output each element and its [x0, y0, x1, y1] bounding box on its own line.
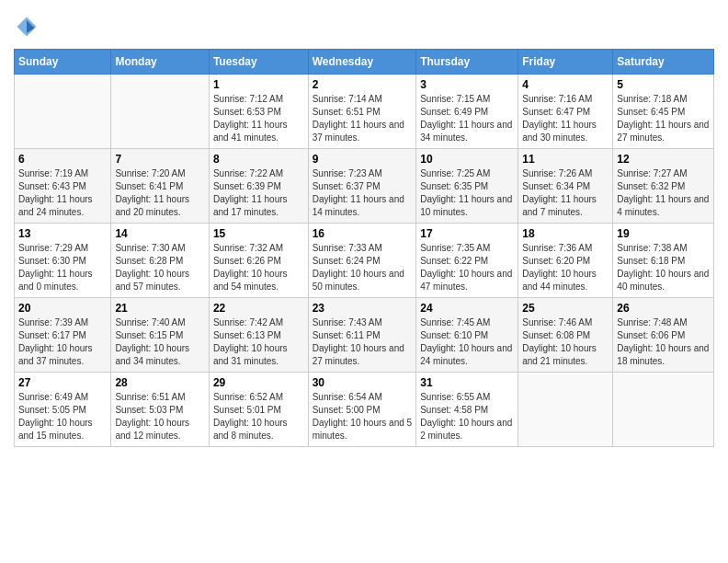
- day-info: Sunrise: 7:46 AMSunset: 6:08 PMDaylight:…: [522, 316, 609, 368]
- day-info: Sunrise: 7:27 AMSunset: 6:32 PMDaylight:…: [617, 167, 710, 219]
- day-info: Sunrise: 7:30 AMSunset: 6:28 PMDaylight:…: [115, 242, 204, 293]
- calendar-cell: 11Sunrise: 7:26 AMSunset: 6:34 PMDayligh…: [518, 149, 613, 224]
- calendar-cell: 23Sunrise: 7:43 AMSunset: 6:11 PMDayligh…: [308, 298, 416, 373]
- day-number: 8: [213, 153, 304, 166]
- day-number: 21: [115, 302, 204, 315]
- day-info: Sunrise: 7:15 AMSunset: 6:49 PMDaylight:…: [420, 93, 514, 144]
- calendar-cell: 12Sunrise: 7:27 AMSunset: 6:32 PMDayligh…: [613, 149, 714, 224]
- day-info: Sunrise: 6:51 AMSunset: 5:03 PMDaylight:…: [115, 391, 204, 442]
- calendar-cell: 7Sunrise: 7:20 AMSunset: 6:41 PMDaylight…: [111, 149, 209, 224]
- day-info: Sunrise: 7:25 AMSunset: 6:35 PMDaylight:…: [420, 167, 514, 219]
- day-number: 6: [18, 153, 107, 166]
- day-info: Sunrise: 7:43 AMSunset: 6:11 PMDaylight:…: [313, 316, 413, 368]
- calendar-cell: 3Sunrise: 7:15 AMSunset: 6:49 PMDaylight…: [416, 75, 518, 149]
- weekday-header-tuesday: Tuesday: [209, 50, 308, 75]
- day-number: 4: [522, 78, 609, 91]
- day-info: Sunrise: 6:52 AMSunset: 5:01 PMDaylight:…: [213, 391, 304, 442]
- calendar-cell: 20Sunrise: 7:39 AMSunset: 6:17 PMDayligh…: [15, 298, 111, 373]
- calendar-cell: 10Sunrise: 7:25 AMSunset: 6:35 PMDayligh…: [416, 149, 518, 224]
- day-info: Sunrise: 6:55 AMSunset: 4:58 PMDaylight:…: [420, 391, 514, 442]
- day-number: 19: [617, 227, 710, 240]
- day-number: 9: [313, 153, 413, 166]
- calendar-cell: 22Sunrise: 7:42 AMSunset: 6:13 PMDayligh…: [209, 298, 308, 373]
- calendar-week-row: 27Sunrise: 6:49 AMSunset: 5:05 PMDayligh…: [15, 373, 714, 447]
- day-number: 14: [115, 227, 204, 240]
- calendar-cell: 19Sunrise: 7:38 AMSunset: 6:18 PMDayligh…: [613, 224, 714, 298]
- calendar-cell: [111, 75, 209, 149]
- calendar-cell: 24Sunrise: 7:45 AMSunset: 6:10 PMDayligh…: [416, 298, 518, 373]
- day-number: 18: [522, 227, 609, 240]
- calendar-cell: 8Sunrise: 7:22 AMSunset: 6:39 PMDaylight…: [209, 149, 308, 224]
- day-number: 2: [313, 78, 413, 91]
- day-info: Sunrise: 7:19 AMSunset: 6:43 PMDaylight:…: [18, 167, 107, 219]
- day-number: 5: [617, 78, 710, 91]
- calendar-week-row: 20Sunrise: 7:39 AMSunset: 6:17 PMDayligh…: [15, 298, 714, 373]
- calendar-cell: [15, 75, 111, 149]
- day-info: Sunrise: 7:20 AMSunset: 6:41 PMDaylight:…: [115, 167, 204, 219]
- calendar-cell: 4Sunrise: 7:16 AMSunset: 6:47 PMDaylight…: [518, 75, 613, 149]
- calendar-cell: 17Sunrise: 7:35 AMSunset: 6:22 PMDayligh…: [416, 224, 518, 298]
- calendar-cell: 1Sunrise: 7:12 AMSunset: 6:53 PMDaylight…: [209, 75, 308, 149]
- calendar-cell: 30Sunrise: 6:54 AMSunset: 5:00 PMDayligh…: [308, 373, 416, 447]
- calendar-table: SundayMondayTuesdayWednesdayThursdayFrid…: [14, 49, 714, 447]
- day-number: 25: [522, 302, 609, 315]
- day-info: Sunrise: 7:32 AMSunset: 6:26 PMDaylight:…: [213, 242, 304, 293]
- day-info: Sunrise: 7:35 AMSunset: 6:22 PMDaylight:…: [420, 242, 514, 293]
- day-number: 11: [522, 153, 609, 166]
- day-number: 3: [420, 78, 514, 91]
- day-info: Sunrise: 7:40 AMSunset: 6:15 PMDaylight:…: [115, 316, 204, 368]
- logo-icon: [14, 14, 40, 40]
- day-number: 15: [213, 227, 304, 240]
- day-info: Sunrise: 7:14 AMSunset: 6:51 PMDaylight:…: [313, 93, 413, 144]
- day-number: 1: [213, 78, 304, 91]
- calendar-week-row: 6Sunrise: 7:19 AMSunset: 6:43 PMDaylight…: [15, 149, 714, 224]
- day-number: 13: [18, 227, 107, 240]
- day-number: 7: [115, 153, 204, 166]
- calendar-cell: 27Sunrise: 6:49 AMSunset: 5:05 PMDayligh…: [15, 373, 111, 447]
- calendar-cell: 18Sunrise: 7:36 AMSunset: 6:20 PMDayligh…: [518, 224, 613, 298]
- day-info: Sunrise: 6:54 AMSunset: 5:00 PMDaylight:…: [313, 391, 413, 442]
- logo: [14, 14, 43, 40]
- day-number: 20: [18, 302, 107, 315]
- calendar-cell: 26Sunrise: 7:48 AMSunset: 6:06 PMDayligh…: [613, 298, 714, 373]
- day-number: 24: [420, 302, 514, 315]
- day-number: 31: [420, 376, 514, 389]
- calendar-cell: 6Sunrise: 7:19 AMSunset: 6:43 PMDaylight…: [15, 149, 111, 224]
- calendar-body: 1Sunrise: 7:12 AMSunset: 6:53 PMDaylight…: [15, 75, 714, 447]
- day-info: Sunrise: 7:39 AMSunset: 6:17 PMDaylight:…: [18, 316, 107, 368]
- day-number: 22: [213, 302, 304, 315]
- weekday-header-wednesday: Wednesday: [308, 50, 416, 75]
- day-info: Sunrise: 7:48 AMSunset: 6:06 PMDaylight:…: [617, 316, 710, 368]
- day-info: Sunrise: 7:16 AMSunset: 6:47 PMDaylight:…: [522, 93, 609, 144]
- calendar-cell: 25Sunrise: 7:46 AMSunset: 6:08 PMDayligh…: [518, 298, 613, 373]
- day-number: 23: [313, 302, 413, 315]
- day-info: Sunrise: 7:36 AMSunset: 6:20 PMDaylight:…: [522, 242, 609, 293]
- calendar-cell: 5Sunrise: 7:18 AMSunset: 6:45 PMDaylight…: [613, 75, 714, 149]
- day-info: Sunrise: 7:38 AMSunset: 6:18 PMDaylight:…: [617, 242, 710, 293]
- day-number: 17: [420, 227, 514, 240]
- calendar-cell: 21Sunrise: 7:40 AMSunset: 6:15 PMDayligh…: [111, 298, 209, 373]
- day-number: 12: [617, 153, 710, 166]
- day-number: 26: [617, 302, 710, 315]
- calendar-week-row: 1Sunrise: 7:12 AMSunset: 6:53 PMDaylight…: [15, 75, 714, 149]
- weekday-header-sunday: Sunday: [15, 50, 111, 75]
- day-info: Sunrise: 7:33 AMSunset: 6:24 PMDaylight:…: [313, 242, 413, 293]
- day-info: Sunrise: 6:49 AMSunset: 5:05 PMDaylight:…: [18, 391, 107, 442]
- calendar-cell: 15Sunrise: 7:32 AMSunset: 6:26 PMDayligh…: [209, 224, 308, 298]
- weekday-header-friday: Friday: [518, 50, 613, 75]
- weekday-header-thursday: Thursday: [416, 50, 518, 75]
- day-number: 16: [313, 227, 413, 240]
- day-number: 10: [420, 153, 514, 166]
- page-header: [14, 14, 714, 40]
- calendar-cell: [613, 373, 714, 447]
- weekday-header-saturday: Saturday: [613, 50, 714, 75]
- calendar-cell: 9Sunrise: 7:23 AMSunset: 6:37 PMDaylight…: [308, 149, 416, 224]
- day-info: Sunrise: 7:45 AMSunset: 6:10 PMDaylight:…: [420, 316, 514, 368]
- day-info: Sunrise: 7:12 AMSunset: 6:53 PMDaylight:…: [213, 93, 304, 144]
- day-number: 27: [18, 376, 107, 389]
- calendar-cell: 28Sunrise: 6:51 AMSunset: 5:03 PMDayligh…: [111, 373, 209, 447]
- day-number: 30: [313, 376, 413, 389]
- calendar-week-row: 13Sunrise: 7:29 AMSunset: 6:30 PMDayligh…: [15, 224, 714, 298]
- day-info: Sunrise: 7:22 AMSunset: 6:39 PMDaylight:…: [213, 167, 304, 219]
- day-info: Sunrise: 7:23 AMSunset: 6:37 PMDaylight:…: [313, 167, 413, 219]
